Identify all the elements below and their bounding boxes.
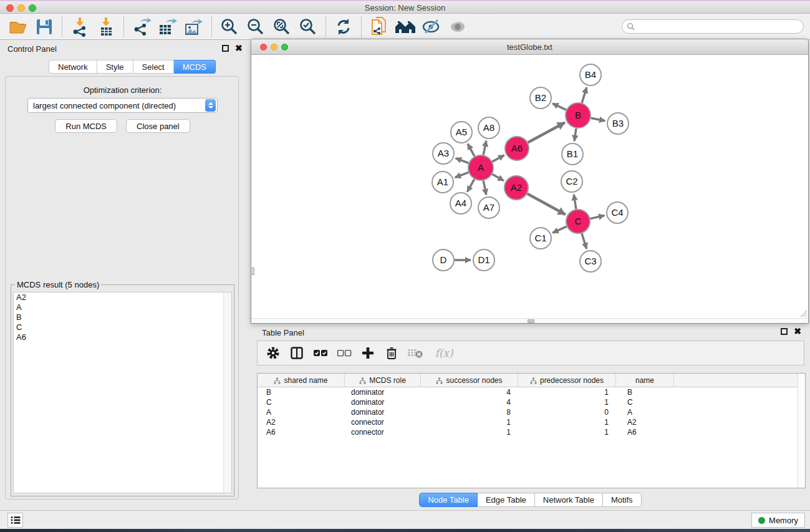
table-cell[interactable]: A2 [616,417,674,427]
column-header-shared-name[interactable]: shared name [258,374,345,387]
table-row[interactable]: Cdominator41C [258,397,805,407]
table-cell[interactable]: 1 [518,387,616,397]
tab-select[interactable]: Select [133,60,174,74]
mcds-result-list[interactable]: A2ABCA6 [13,292,232,493]
mcds-result-item[interactable]: C [14,322,231,332]
node-table[interactable]: shared nameMCDS rolesuccessor nodesprede… [257,373,806,488]
table-cell[interactable]: B [616,387,674,397]
table-cell[interactable]: 1 [518,417,616,427]
tab-node-table[interactable]: Node Table [419,493,478,507]
zoom-fit-icon[interactable] [269,16,295,38]
edge-A-A2[interactable] [492,174,504,180]
table-cell[interactable]: C [616,397,674,407]
table-cell[interactable]: 1 [421,427,518,437]
tab-network-table[interactable]: Network Table [535,493,603,507]
delete-table-icon[interactable] [406,344,425,362]
mcds-result-item[interactable]: A2 [14,293,231,302]
column-header-successor-nodes[interactable]: successor nodes [421,374,518,387]
table-panel-float-icon[interactable] [781,328,788,335]
table-panel-close-icon[interactable]: ✖ [794,328,801,335]
task-history-button[interactable] [7,513,23,528]
column-header-mcds-role[interactable]: MCDS role [345,374,421,387]
edge-B-B1[interactable] [574,128,576,141]
edge-C-C2[interactable] [574,195,576,209]
edge-A-A4[interactable] [467,179,474,191]
table-cell[interactable]: dominator [345,387,421,397]
edge-C-C1[interactable] [552,226,567,233]
network-window-titlebar[interactable]: testGlobe.txt [251,39,808,55]
apply-function-icon[interactable]: f(x) [430,344,458,362]
edge-A-A6[interactable] [493,155,504,162]
import-network-icon[interactable] [67,16,93,38]
table-settings-icon[interactable] [264,344,282,362]
control-panel-float-icon[interactable] [222,45,229,52]
edge-A6-B[interactable] [528,122,565,142]
memory-button[interactable]: Memory [751,513,805,528]
column-header-predecessor-nodes[interactable]: predecessor nodes [518,374,616,387]
edge-B-B3[interactable] [591,118,605,121]
network-canvas[interactable]: AA6A2BCA5A8A3A1A4A7B2B4B3B1C2C1C3C4DD1 [251,55,808,319]
window-resize-grip[interactable] [799,309,808,317]
network-horizontal-scrollbar-thumb[interactable] [528,319,534,323]
run-mcds-button[interactable]: Run MCDS [55,119,117,133]
tab-network[interactable]: Network [49,60,97,74]
edge-C-C3[interactable] [582,233,587,249]
mcds-result-item[interactable]: B [14,312,231,322]
edge-A2-C[interactable] [528,194,566,215]
edge-A-A7[interactable] [483,181,486,195]
edge-C-C4[interactable] [591,216,605,219]
criterion-dropdown[interactable]: largest connected component (directed) [27,98,218,113]
table-cell[interactable]: A6 [258,427,345,437]
table-row[interactable]: Adominator80A [258,407,805,417]
close-panel-button[interactable]: Close panel [126,119,190,133]
network-graph[interactable]: AA6A2BCA5A8A3A1A4A7B2B4B3B1C2C1C3C4DD1 [251,55,808,319]
table-row[interactable]: A2connector11A2 [258,417,805,427]
edge-A-A3[interactable] [456,158,469,163]
table-cell[interactable]: 4 [421,387,518,397]
export-image-icon[interactable] [181,16,207,38]
result-list-scrollbar[interactable] [223,293,231,493]
table-vertical-scrollbar[interactable] [798,374,805,488]
table-cell[interactable]: A [258,407,345,417]
show-all-networks-icon[interactable] [392,16,418,38]
tab-style[interactable]: Style [97,60,133,74]
table-cell[interactable]: 1 [518,397,616,407]
table-header-row[interactable]: shared nameMCDS rolesuccessor nodesprede… [258,374,805,387]
table-cell[interactable]: A [616,407,674,417]
table-cell[interactable]: A2 [258,417,345,427]
hide-graphics-details-icon[interactable] [418,16,445,38]
mcds-result-item[interactable]: A6 [14,332,231,342]
add-column-icon[interactable] [359,344,377,362]
search-field[interactable] [622,19,804,34]
network-vertical-scrollbar-thumb[interactable] [251,268,254,275]
table-cell[interactable]: dominator [345,397,421,407]
import-table-icon[interactable] [93,16,119,38]
table-cell[interactable]: B [258,387,345,397]
search-input[interactable] [635,21,803,32]
column-chooser-icon[interactable] [287,344,306,362]
save-session-icon[interactable] [31,16,57,38]
column-header-name[interactable]: name [616,374,674,387]
table-cell[interactable]: 0 [518,407,616,417]
export-table-icon[interactable] [155,16,181,38]
mcds-result-item[interactable]: A [14,302,231,312]
edge-B-B2[interactable] [552,104,566,110]
table-cell[interactable]: 1 [421,417,518,427]
table-cell[interactable]: 1 [518,427,616,437]
network-horizontal-scrollbar[interactable] [251,318,808,323]
edge-A-A8[interactable] [483,141,486,155]
select-all-checkboxes-icon[interactable] [311,344,330,362]
table-row[interactable]: A6connector11A6 [258,427,805,437]
show-graphics-details-icon[interactable] [445,16,471,38]
export-network-icon[interactable] [128,16,155,38]
table-cell[interactable]: 4 [421,397,518,407]
delete-column-icon[interactable] [382,344,401,362]
edge-A-A5[interactable] [468,143,475,156]
table-cell[interactable]: 8 [421,407,518,417]
edge-A-A1[interactable] [455,172,469,177]
refresh-icon[interactable] [330,16,357,38]
open-file-icon[interactable] [5,16,31,38]
tab-mcds[interactable]: MCDS [174,60,216,74]
tab-edge-table[interactable]: Edge Table [478,493,535,507]
control-panel-close-icon[interactable]: ✖ [235,45,243,52]
